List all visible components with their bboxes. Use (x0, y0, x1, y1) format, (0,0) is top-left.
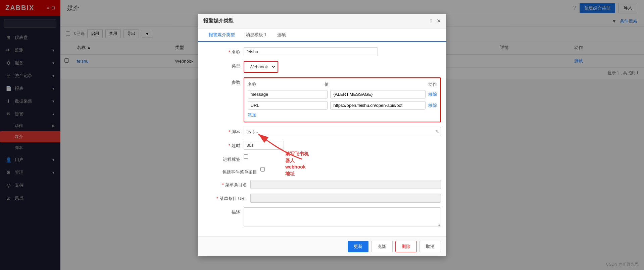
timeout-field-row: 超时 (203, 141, 441, 150)
name-label: 名称 (203, 47, 240, 55)
param-remove-button-0[interactable]: 移除 (428, 91, 437, 97)
menu-entry-url-input[interactable] (250, 194, 441, 203)
params-col-header-action: 动作 (417, 81, 437, 87)
include-events-checkbox[interactable] (260, 167, 265, 172)
type-select-box: Webhook Email SMS Script (244, 61, 278, 73)
delete-button[interactable]: 删除 (395, 241, 417, 252)
script-edit-icon[interactable]: ✎ (435, 129, 439, 134)
description-textarea[interactable] (244, 207, 441, 226)
type-label: 类型 (203, 61, 240, 69)
param-row-1: 移除 (248, 101, 437, 110)
timeout-label: 超时 (203, 141, 240, 149)
add-param-link[interactable]: 添加 (248, 113, 256, 118)
menu-entry-name-row: 菜单条目名 (203, 180, 441, 189)
dialog: 报警媒介类型 ? ✕ 报警媒介类型 消息模板 1 选项 名称 (198, 14, 446, 256)
main-area: 媒介 ? 创建媒介类型 导入 ▼ 条件搜索 0已选 启用 禁用 导出 ▼ (60, 0, 644, 270)
menu-entry-name-input[interactable] (250, 180, 441, 189)
param-name-input-1[interactable] (248, 101, 328, 110)
update-button[interactable]: 更新 (348, 241, 368, 252)
type-field-row: 类型 Webhook Email SMS Script (203, 61, 441, 73)
dialog-footer: 更新 克隆 删除 取消 (198, 237, 446, 256)
param-value-input-0[interactable] (330, 90, 425, 98)
params-col-header-value: 值 (325, 81, 417, 87)
dialog-help-icon[interactable]: ? (430, 18, 432, 24)
params-section: 名称 值 动作 移除 (244, 77, 441, 122)
dialog-body: 名称 类型 Webhook Email SMS Script (198, 42, 446, 237)
dialog-tabs: 报警媒介类型 消息模板 1 选项 (198, 28, 446, 42)
modal-overlay: 报警媒介类型 ? ✕ 报警媒介类型 消息模板 1 选项 名称 (60, 0, 644, 270)
script-input-wrap: ✎ (244, 127, 441, 136)
param-name-input-0[interactable] (248, 90, 328, 98)
tab-media-type[interactable]: 报警媒介类型 (203, 28, 240, 42)
params-label: 参数 (203, 77, 240, 85)
dialog-header-actions: ? ✕ (430, 18, 441, 24)
description-row: 描述 (203, 207, 441, 226)
include-events-label: 包括事件菜单条目 (203, 167, 257, 175)
process-tags-label: 进程标签 (203, 154, 240, 162)
clone-button[interactable]: 克隆 (371, 241, 393, 252)
name-field-row: 名称 (203, 47, 441, 56)
param-value-input-1[interactable] (330, 101, 425, 110)
params-col-header-name: 名称 (248, 81, 325, 87)
tab-message-template[interactable]: 消息模板 1 (240, 28, 272, 42)
add-param-link-container: 添加 (248, 112, 437, 118)
name-input[interactable] (244, 47, 378, 56)
script-input[interactable] (244, 127, 441, 136)
description-label: 描述 (203, 207, 240, 215)
param-remove-button-1[interactable]: 移除 (428, 103, 437, 109)
dialog-title: 报警媒介类型 (203, 18, 234, 24)
timeout-input[interactable] (244, 141, 284, 150)
script-field-row: 脚本 ✎ (203, 127, 441, 136)
menu-entry-url-label: 菜单条目 URL (203, 194, 247, 202)
include-events-row: 包括事件菜单条目 (203, 167, 441, 175)
menu-entry-name-label: 菜单条目名 (203, 180, 247, 188)
menu-entry-url-row: 菜单条目 URL (203, 194, 441, 203)
type-select[interactable]: Webhook Email SMS Script (246, 62, 276, 71)
process-tags-row: 进程标签 (203, 154, 441, 162)
process-tags-checkbox[interactable] (244, 154, 248, 159)
cancel-button[interactable]: 取消 (419, 241, 441, 252)
tab-options[interactable]: 选项 (272, 28, 291, 42)
params-field-row: 参数 名称 值 动作 移除 (203, 77, 441, 122)
params-header: 名称 值 动作 (248, 81, 437, 87)
script-label: 脚本 (203, 127, 240, 135)
dialog-header: 报警媒介类型 ? ✕ (198, 14, 446, 28)
dialog-close-button[interactable]: ✕ (437, 18, 441, 24)
param-row-0: 移除 (248, 90, 437, 98)
